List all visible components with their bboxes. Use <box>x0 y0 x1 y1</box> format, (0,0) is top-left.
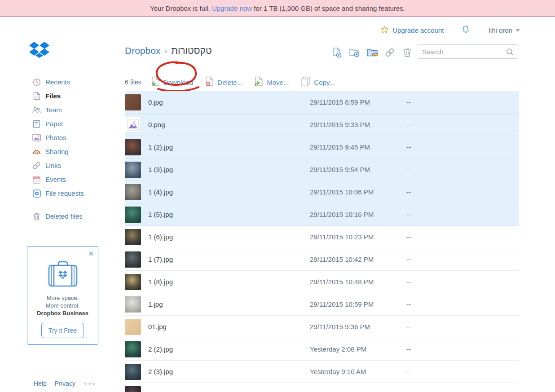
file-row[interactable]: 1 (2).jpg29/11/2015 9:45 PM-- <box>125 136 519 159</box>
file-size: -- <box>406 368 411 375</box>
file-size: -- <box>406 345 411 353</box>
breadcrumb: Dropbox › טקסטורות <box>125 45 212 56</box>
help-link[interactable]: Help <box>34 380 47 387</box>
file-name: 0.jpg <box>148 98 310 106</box>
sidebar-item-sharing[interactable]: Sharing <box>32 145 118 159</box>
account-menu-button[interactable]: lihi oron <box>489 26 520 34</box>
file-row[interactable]: 2 (2).jpgYesterday 2:08 PM-- <box>125 338 519 361</box>
chevron-right-icon: › <box>164 46 167 56</box>
upload-file-button[interactable] <box>332 47 343 58</box>
dropbox-logo[interactable] <box>29 41 50 60</box>
bell-icon <box>462 25 470 35</box>
delete-button[interactable]: Delete... <box>205 76 242 88</box>
file-name: 1.jpg <box>148 300 310 308</box>
file-row[interactable] <box>125 383 519 392</box>
file-size: -- <box>406 98 411 106</box>
file-row[interactable]: 1 (8).jpg29/11/2015 10:48 PM-- <box>125 271 519 293</box>
file-size: -- <box>406 143 411 151</box>
file-row[interactable]: 1 (6).jpg29/11/2015 10:23 PM-- <box>125 226 519 248</box>
file-modified-date: 29/11/2015 10:23 PM <box>310 233 406 241</box>
calendar-icon <box>32 175 41 184</box>
file-name: 1 (3).jpg <box>148 166 310 173</box>
file-row[interactable]: 1 (4).jpg29/11/2015 10:06 PM-- <box>125 181 519 203</box>
move-button[interactable]: Move... <box>255 76 289 88</box>
user-name-label: lihi oron <box>489 26 512 34</box>
trash-icon[interactable] <box>402 47 413 58</box>
try-it-free-button[interactable]: Try it Free <box>41 323 84 338</box>
upgrade-account-link[interactable]: Upgrade account <box>380 26 444 35</box>
move-file-icon <box>255 76 263 88</box>
chain-link-icon <box>32 161 41 170</box>
sidebar-item-events[interactable]: Events <box>32 172 118 186</box>
file-thumbnail <box>125 117 141 133</box>
sidebar-item-paper[interactable]: Paper <box>32 117 118 131</box>
paperclip-icon[interactable] <box>384 47 395 58</box>
sidebar-item-photos[interactable]: Photos <box>32 131 118 145</box>
sidebar-item-links[interactable]: Links <box>32 159 118 172</box>
clock-icon <box>32 78 41 86</box>
more-options-icon[interactable] <box>84 383 95 385</box>
selection-count: 6 files <box>125 79 141 86</box>
breadcrumb-root-link[interactable]: Dropbox <box>125 45 160 56</box>
file-thumbnail <box>125 296 141 313</box>
new-folder-button[interactable] <box>349 47 360 58</box>
file-name: 1 (7).jpg <box>148 255 310 263</box>
file-row[interactable]: 0.jpg29/11/2015 6:59 PM-- <box>125 91 519 114</box>
privacy-link[interactable]: Privacy <box>55 380 75 387</box>
file-row[interactable]: 1 (5).jpg29/11/2015 10:16 PM-- <box>125 203 519 226</box>
sidebar-item-label: Deleted files <box>45 212 83 220</box>
search-input[interactable] <box>417 45 518 58</box>
file-modified-date: 29/11/2015 9:54 PM <box>310 166 406 173</box>
file-name: 1 (4).jpg <box>148 188 310 196</box>
file-modified-date: 29/11/2015 9:36 PM <box>310 323 406 330</box>
sidebar-footer: Help Privacy <box>34 380 95 387</box>
briefcase-dropbox-icon <box>27 260 98 290</box>
sidebar-item-file-requests[interactable]: File requests <box>32 186 118 200</box>
close-icon[interactable]: ✕ <box>88 250 94 257</box>
sidebar-item-team[interactable]: Team <box>32 103 118 117</box>
file-modified-date: Yesterday 2:08 PM <box>310 345 406 353</box>
file-thumbnail <box>125 274 141 290</box>
file-list: 0.jpg29/11/2015 6:59 PM--0.png29/11/2015… <box>125 91 519 392</box>
sidebar-item-label: Recents <box>45 78 70 86</box>
file-size: -- <box>406 255 411 263</box>
file-row[interactable]: 1 (3).jpg29/11/2015 9:54 PM-- <box>125 159 519 181</box>
notifications-bell-button[interactable] <box>462 25 470 35</box>
search-icon[interactable] <box>506 48 514 58</box>
file-row[interactable]: 0.png29/11/2015 9:33 PM-- <box>125 114 519 136</box>
sidebar-item-label: Photos <box>45 134 66 141</box>
file-size: -- <box>406 188 411 196</box>
download-button[interactable]: Download <box>151 76 194 88</box>
file-row[interactable]: 01.jpg29/11/2015 9:36 PM-- <box>125 316 519 338</box>
shared-folder-button[interactable] <box>367 47 378 58</box>
sidebar-item-deleted-files[interactable]: Deleted files <box>32 209 118 223</box>
banner-text-after: for 1 TB (1,000 GB) of space and sharing… <box>252 4 405 12</box>
file-row[interactable]: 1.jpg29/11/2015 10:59 PM-- <box>125 293 519 316</box>
file-row[interactable]: 2 (3).jpgYesterday 9:10 AM-- <box>125 361 519 383</box>
trash-icon <box>32 212 41 220</box>
copy-file-icon <box>301 76 310 88</box>
sidebar-item-label: Paper <box>45 120 63 128</box>
file-modified-date: 29/11/2015 10:59 PM <box>310 300 406 308</box>
toolbar-buttons: DownloadDelete...Move...Copy... <box>151 76 347 88</box>
file-thumbnail <box>125 94 141 110</box>
file-thumbnail <box>125 251 141 268</box>
team-icon <box>32 106 41 114</box>
sidebar-item-recents[interactable]: Recents <box>32 75 118 89</box>
file-thumbnail <box>125 386 141 392</box>
file-request-icon <box>32 189 41 198</box>
copy-button[interactable]: Copy... <box>301 76 335 88</box>
file-size: -- <box>406 166 411 173</box>
promo-line3: Dropbox Business <box>27 309 98 317</box>
file-modified-date: 29/11/2015 9:33 PM <box>310 121 406 128</box>
toolbar-button-label: Delete... <box>217 79 242 86</box>
sidebar-item-label: Events <box>45 176 66 183</box>
sidebar-item-files[interactable]: Files <box>32 89 118 103</box>
header-account-area: Upgrade account lihi oron <box>380 23 520 37</box>
paper-icon <box>32 119 41 128</box>
star-icon <box>380 26 389 35</box>
file-thumbnail <box>125 319 141 335</box>
banner-upgrade-link[interactable]: Upgrade now <box>212 4 252 12</box>
file-row[interactable]: 1 (7).jpg29/11/2015 10:42 PM-- <box>125 248 519 271</box>
sidebar-nav: RecentsFilesTeamPaperPhotosSharingLinksE… <box>32 75 118 223</box>
